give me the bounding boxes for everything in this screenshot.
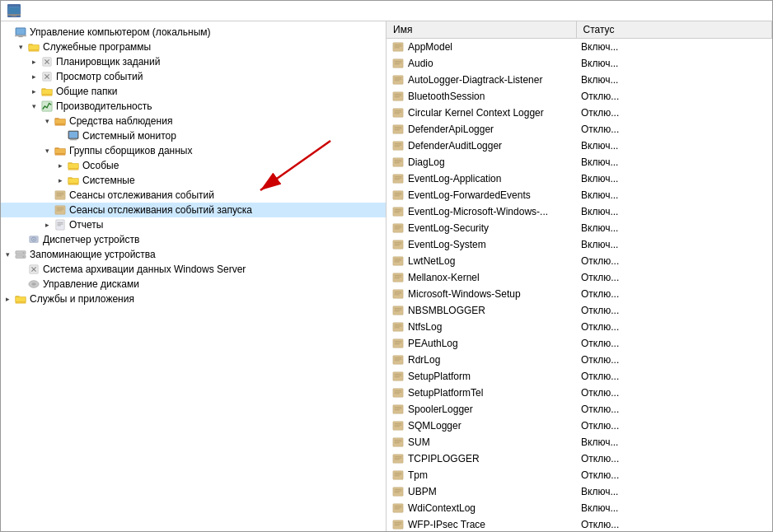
table-row[interactable]: SpoolerLogger Отклю...: [386, 401, 772, 418]
row-name: LwtNetLog: [408, 255, 455, 267]
table-row[interactable]: EventLog-Security Включ...: [386, 220, 772, 236]
expand-btn[interactable]: ▾: [40, 144, 54, 157]
table-row[interactable]: WFP-IPsec Trace Отклю...: [386, 516, 772, 531]
expand-btn[interactable]: ▾: [40, 114, 54, 128]
expand-btn[interactable]: ▾: [1, 248, 14, 261]
table-row[interactable]: DiagLog Включ...: [386, 154, 772, 170]
row-status: Включ...: [576, 138, 772, 154]
svg-rect-84: [393, 175, 403, 184]
table-row[interactable]: EventLog-Microsoft-Windows-... Включ...: [386, 203, 772, 220]
tree-item-special[interactable]: ▸Особые: [1, 158, 386, 173]
table-row[interactable]: NtfsLog Отклю...: [386, 319, 772, 335]
table-row[interactable]: SetupPlatform Отклю...: [386, 368, 772, 385]
table-row[interactable]: Circular Kernel Context Logger Отклю...: [386, 105, 772, 121]
table-row[interactable]: DefenderAuditLogger Включ...: [386, 138, 772, 154]
row-icon: [391, 205, 405, 218]
tree-item-scheduler[interactable]: ▸Планировщик заданий: [1, 54, 386, 69]
table-row[interactable]: UBPM Включ...: [386, 483, 772, 500]
row-name-cell: Tpm: [386, 467, 576, 483]
expand-btn[interactable]: ▾: [27, 100, 40, 113]
table-row[interactable]: NBSMBLOGGER Отклю...: [386, 302, 772, 319]
expand-btn[interactable]: ▸: [40, 218, 54, 231]
table-row[interactable]: WdiContextLog Включ...: [386, 500, 772, 516]
table-row[interactable]: EventLog-System Включ...: [386, 236, 772, 253]
svg-rect-8: [15, 35, 26, 37]
svg-rect-164: [393, 504, 403, 513]
table-row[interactable]: Mellanox-Kernel Отклю...: [386, 269, 772, 286]
computer-management-window: Управление компьютером (локальным)▾Служе…: [0, 0, 773, 532]
table-row[interactable]: BluetoothSession Отклю...: [386, 88, 772, 105]
row-icon: [391, 238, 405, 251]
table-row[interactable]: AppModel Включ...: [386, 39, 772, 56]
row-icon: [391, 502, 405, 515]
row-name-cell: NtfsLog: [386, 319, 576, 335]
row-name: EventLog-System: [408, 239, 486, 250]
tree-item-label: Управление компьютером (локальным): [30, 26, 211, 38]
tree-item-eventsessions[interactable]: Сеансы отслеживания событий: [1, 188, 386, 203]
tree-item-monitoring[interactable]: ▾Средства наблюдения: [1, 114, 386, 128]
tree-item-system[interactable]: ▸Системные: [1, 173, 386, 188]
table-row[interactable]: Microsoft-Windows-Setup Отклю...: [386, 286, 772, 302]
row-name-cell: AppModel: [386, 39, 576, 56]
row-status: Включ...: [576, 187, 772, 203]
table-row[interactable]: LwtNetLog Отклю...: [386, 253, 772, 269]
table-row[interactable]: EventLog-Application Включ...: [386, 170, 772, 187]
tree-item-root[interactable]: Управление компьютером (локальным): [1, 25, 386, 40]
expand-btn[interactable]: ▸: [27, 55, 40, 68]
tree-item-datacollectors[interactable]: ▾Группы сборщиков данных: [1, 143, 386, 158]
table-row[interactable]: Tpm Отклю...: [386, 467, 772, 483]
row-status: Отклю...: [576, 269, 772, 286]
expand-btn[interactable]: ▸: [1, 292, 14, 306]
tree-item-startupsessions[interactable]: Сеансы отслеживания событий запуска: [1, 203, 386, 217]
tree-item-reports[interactable]: ▸Отчеты: [1, 217, 386, 232]
no-expand: [14, 233, 27, 246]
tree-item-sharedfolders[interactable]: ▸Общие папки: [1, 84, 386, 99]
table-row[interactable]: SetupPlatformTel Отклю...: [386, 385, 772, 401]
row-name: Mellanox-Kernel: [408, 272, 480, 283]
expand-btn[interactable]: ▾: [14, 40, 27, 54]
expand-btn[interactable]: ▸: [27, 70, 40, 83]
tree-item-servicesapps[interactable]: ▸Службы и приложения: [1, 292, 386, 306]
row-name: TCPIPLOGGER: [408, 453, 480, 464]
tree-item-winserverbackup[interactable]: Система архивации данных Windows Server: [1, 262, 386, 277]
row-status: Отклю...: [576, 105, 772, 121]
row-name: DefenderApiLogger: [408, 124, 494, 135]
table-row[interactable]: SUM Включ...: [386, 434, 772, 450]
row-status: Включ...: [576, 500, 772, 516]
svg-rect-24: [55, 148, 65, 153]
tree-item-performance[interactable]: ▾Производительность: [1, 99, 386, 114]
svg-rect-2: [7, 14, 21, 16]
tree-item-sysmonitor[interactable]: Системный монитор: [1, 128, 386, 143]
tree-item-storage[interactable]: ▾Запоминающие устройства: [1, 247, 386, 262]
table-row[interactable]: EventLog-ForwardedEvents Включ...: [386, 187, 772, 203]
tree-item-services[interactable]: ▾Служебные программы: [1, 40, 386, 54]
tree-item-icon: [27, 233, 40, 246]
table-row[interactable]: DefenderApiLogger Отклю...: [386, 121, 772, 138]
tree-item-diskmgmt[interactable]: Управление дисками: [1, 277, 386, 292]
expand-btn[interactable]: ▸: [27, 85, 40, 98]
row-name-cell: LwtNetLog: [386, 253, 576, 269]
tree-item-devicemgr[interactable]: Диспетчер устройств: [1, 232, 386, 247]
tree-item-icon: [14, 26, 27, 39]
table-row[interactable]: TCPIPLOGGER Отклю...: [386, 450, 772, 467]
expand-btn[interactable]: ▸: [54, 174, 67, 187]
row-name-cell: DefenderApiLogger: [386, 121, 576, 138]
svg-rect-17: [42, 89, 52, 94]
table-row[interactable]: PEAuthLog Отклю...: [386, 335, 772, 352]
tree-item-label: Системный монитор: [82, 130, 176, 142]
svg-rect-64: [393, 92, 403, 101]
row-name: Circular Kernel Context Logger: [408, 107, 544, 119]
table-row[interactable]: RdrLog Отклю...: [386, 352, 772, 368]
row-name: Microsoft-Windows-Setup: [408, 288, 521, 300]
table-row[interactable]: Audio Включ...: [386, 55, 772, 72]
tree-item-eventviewer[interactable]: ▸Просмотр событий: [1, 69, 386, 84]
svg-rect-9: [18, 36, 22, 37]
row-icon: [391, 189, 405, 202]
expand-btn[interactable]: ▸: [54, 159, 67, 172]
row-name: EventLog-Security: [408, 222, 489, 234]
svg-rect-21: [69, 132, 78, 138]
table-row[interactable]: AutoLogger-Diagtrack-Listener Включ...: [386, 72, 772, 88]
row-icon: [391, 254, 405, 268]
table-row[interactable]: SQMLogger Отклю...: [386, 418, 772, 434]
row-name: SQMLogger: [408, 420, 461, 432]
